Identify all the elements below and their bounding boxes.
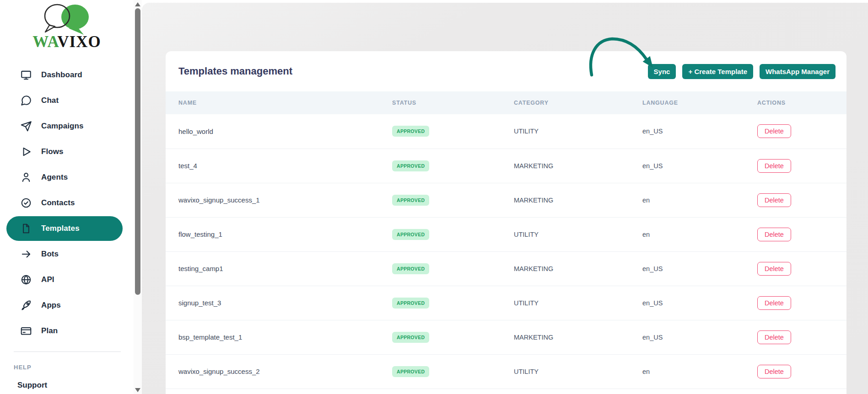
language-cell: en xyxy=(630,183,744,217)
language-cell: en xyxy=(630,217,744,251)
play-icon xyxy=(20,146,32,158)
chat-icon xyxy=(20,95,32,106)
sidebar-item-bots[interactable]: Bots xyxy=(0,241,134,267)
delete-button[interactable]: Delete xyxy=(757,228,791,241)
sidebar-item-support[interactable]: Support xyxy=(17,381,134,390)
category-cell: MARKETING xyxy=(501,251,630,286)
sidebar-item-label: Apps xyxy=(41,301,61,310)
delete-button[interactable]: Delete xyxy=(757,124,791,138)
main-area: Templates management Sync + Create Templ… xyxy=(142,3,868,394)
language-cell: en xyxy=(630,354,744,389)
category-cell: UTILITY xyxy=(501,114,630,149)
language-cell: en_US xyxy=(630,251,744,286)
user-icon xyxy=(20,171,32,183)
table-row: flow_testing_1 APPROVED UTILITY en Delet… xyxy=(166,217,846,251)
status-badge: APPROVED xyxy=(392,298,429,309)
language-cell: en_US xyxy=(630,149,744,183)
category-cell: MARKETING xyxy=(501,320,630,354)
sidebar-item-label: Agents xyxy=(41,173,68,182)
status-badge: APPROVED xyxy=(392,126,429,137)
table-header-row: NAMESTATUSCATEGORYLANGUAGEACTIONS xyxy=(166,91,846,114)
language-cell: en_US xyxy=(630,320,744,354)
sidebar-item-label: Flows xyxy=(41,147,64,156)
category-cell: UTILITY xyxy=(501,286,630,320)
sidebar-item-contacts[interactable]: Contacts xyxy=(0,190,134,216)
sidebar-item-agents[interactable]: Agents xyxy=(0,165,134,190)
globe-icon xyxy=(20,274,32,286)
create-template-button[interactable]: + Create Template xyxy=(682,64,753,79)
sidebar-item-label: Campaigns xyxy=(41,122,84,131)
delete-button[interactable]: Delete xyxy=(757,262,791,276)
template-name-cell: flow_testing_1 xyxy=(166,217,379,251)
sidebar-item-chat[interactable]: Chat xyxy=(0,88,134,113)
sidebar-item-campaigns[interactable]: Campaigns xyxy=(0,113,134,139)
credit-card-icon xyxy=(20,325,32,337)
page-title: Templates management xyxy=(178,65,292,77)
column-header-actions: ACTIONS xyxy=(744,91,846,114)
table-row: wavixo_signup_success_1 APPROVED MARKETI… xyxy=(166,183,846,217)
template-name-cell: hello_world xyxy=(166,114,379,149)
template-name-cell: test_4 xyxy=(166,149,379,183)
sidebar-divider xyxy=(14,351,121,352)
send-icon xyxy=(20,120,32,132)
delete-button[interactable]: Delete xyxy=(757,365,791,378)
sync-button[interactable]: Sync xyxy=(648,64,676,79)
table-row: bsp_template_test_1 APPROVED MARKETING e… xyxy=(166,320,846,354)
status-badge: APPROVED xyxy=(392,332,429,343)
language-cell: en_US xyxy=(630,286,744,320)
category-cell: UTILITY xyxy=(501,217,630,251)
card-header: Templates management Sync + Create Templ… xyxy=(166,51,846,91)
sidebar: WAVIXO Dashboard Chat Campaigns Flows Ag… xyxy=(0,0,134,394)
status-badge: APPROVED xyxy=(392,229,429,240)
logo: WAVIXO xyxy=(0,0,134,51)
table-row: test_4 APPROVED MARKETING en_US Delete xyxy=(166,149,846,183)
sidebar-item-label: API xyxy=(41,275,54,284)
delete-button[interactable]: Delete xyxy=(757,193,791,207)
table-row: signup_test_3 APPROVED UTILITY en_US Del… xyxy=(166,286,846,320)
help-heading: HELP xyxy=(14,364,134,371)
scroll-up-arrow-icon[interactable] xyxy=(135,2,140,6)
sidebar-item-label: Plan xyxy=(41,326,58,335)
sidebar-item-label: Dashboard xyxy=(41,70,82,80)
language-cell: en_US xyxy=(630,114,744,149)
delete-button[interactable]: Delete xyxy=(757,330,791,344)
sidebar-item-label: Templates xyxy=(41,224,80,233)
rocket-icon xyxy=(20,299,32,311)
status-badge: APPROVED xyxy=(392,366,429,377)
delete-button[interactable]: Delete xyxy=(757,159,791,173)
sidebar-scrollbar[interactable] xyxy=(134,0,142,394)
column-header-name: NAME xyxy=(166,91,379,114)
delete-button[interactable]: Delete xyxy=(757,296,791,310)
sidebar-item-label: Chat xyxy=(41,96,59,105)
scrollbar-thumb[interactable] xyxy=(135,8,140,295)
templates-table: NAMESTATUSCATEGORYLANGUAGEACTIONS hello_… xyxy=(166,91,846,389)
logo-text-vixo: VIXO xyxy=(57,33,101,51)
status-badge: APPROVED xyxy=(392,160,429,171)
badge-check-icon xyxy=(20,197,32,209)
scroll-down-arrow-icon[interactable] xyxy=(135,388,140,392)
svg-text:WAVIXO: WAVIXO xyxy=(32,33,101,51)
table-row: hello_world APPROVED UTILITY en_US Delet… xyxy=(166,114,846,149)
sidebar-item-plan[interactable]: Plan xyxy=(0,318,134,344)
arrow-right-icon xyxy=(20,248,32,260)
column-header-status: STATUS xyxy=(379,91,501,114)
logo-text-wa: WA xyxy=(32,33,59,51)
header-buttons: Sync + Create Template WhatsApp Manager xyxy=(648,64,836,79)
template-name-cell: signup_test_3 xyxy=(166,286,379,320)
monitor-icon xyxy=(20,69,32,81)
template-name-cell: wavixo_signup_success_2 xyxy=(166,354,379,389)
file-icon xyxy=(20,223,32,234)
column-header-language: LANGUAGE xyxy=(630,91,744,114)
sidebar-item-api[interactable]: API xyxy=(0,267,134,293)
whatsapp-manager-button[interactable]: WhatsApp Manager xyxy=(760,64,836,79)
category-cell: MARKETING xyxy=(501,183,630,217)
sidebar-item-templates[interactable]: Templates xyxy=(6,216,123,241)
template-name-cell: wavixo_signup_success_1 xyxy=(166,183,379,217)
category-cell: MARKETING xyxy=(501,149,630,183)
sidebar-item-dashboard[interactable]: Dashboard xyxy=(0,62,134,88)
sidebar-item-apps[interactable]: Apps xyxy=(0,293,134,318)
category-cell: UTILITY xyxy=(501,354,630,389)
table-row: testing_camp1 APPROVED MARKETING en_US D… xyxy=(166,251,846,286)
template-name-cell: testing_camp1 xyxy=(166,251,379,286)
sidebar-item-flows[interactable]: Flows xyxy=(0,139,134,165)
